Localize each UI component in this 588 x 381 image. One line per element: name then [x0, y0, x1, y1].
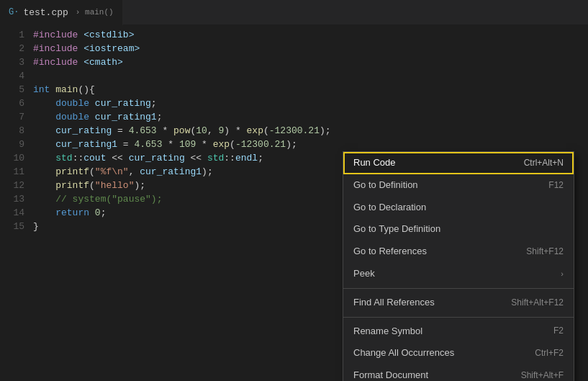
menu-item-label: Change All Occurrences [353, 346, 454, 361]
line-numbers: 1 2 3 4 5 6 7 8 9 10 11 12 13 14 15 [0, 28, 30, 381]
menu-item-shortcut: F2 [553, 324, 564, 338]
menu-item-run-code[interactable]: Run Code Ctrl+Alt+N [343, 152, 574, 174]
line-num: 14 [0, 206, 24, 220]
line-num: 11 [0, 165, 24, 179]
tab-label: test.cpp [23, 7, 68, 18]
menu-item-label: Format Document [353, 368, 428, 381]
menu-item-label: Rename Symbol [353, 324, 422, 339]
menu-separator [343, 288, 574, 289]
line-num: 3 [0, 55, 24, 69]
menu-separator-2 [343, 317, 574, 318]
menu-item-go-to-references[interactable]: Go to References Shift+F12 [343, 241, 574, 263]
menu-item-shortcut: Shift+F12 [526, 245, 564, 259]
menu-item-shortcut: Ctrl+F2 [535, 346, 564, 360]
menu-item-shortcut: F12 [548, 179, 564, 192]
line-num: 8 [0, 124, 24, 138]
menu-item-go-to-declaration[interactable]: Go to Declaration [343, 197, 574, 219]
tab-test-cpp[interactable]: G· test.cpp › main() [0, 0, 123, 25]
line-num: 10 [0, 151, 24, 165]
line-num: 1 [0, 28, 24, 42]
menu-item-go-to-definition[interactable]: Go to Definition F12 [343, 174, 574, 197]
menu-item-peek[interactable]: Peek › [343, 263, 574, 285]
line-num: 5 [0, 83, 24, 97]
menu-item-label: Go to Declaration [353, 200, 426, 215]
line-num: 6 [0, 97, 24, 110]
context-menu: Run Code Ctrl+Alt+N Go to Definition F12… [343, 151, 574, 381]
tab-breadcrumb: › main() [76, 8, 114, 17]
menu-item-find-all-references[interactable]: Find All References Shift+Alt+F12 [343, 292, 574, 314]
chevron-right-icon: › [561, 268, 564, 281]
menu-item-go-to-type-definition[interactable]: Go to Type Definition [343, 218, 574, 241]
menu-item-label: Go to Definition [353, 178, 418, 193]
menu-item-shortcut: Ctrl+Alt+N [524, 156, 564, 170]
tab-bar: G· test.cpp › main() [0, 0, 588, 25]
line-num: 15 [0, 220, 24, 233]
menu-item-shortcut: Shift+Alt+F [521, 369, 564, 381]
menu-item-label: Go to Type Definition [353, 222, 440, 237]
file-icon: G· [9, 7, 19, 17]
line-num: 12 [0, 179, 24, 192]
menu-item-rename-symbol[interactable]: Rename Symbol F2 [343, 321, 574, 343]
menu-item-label: Run Code [353, 156, 396, 171]
line-num: 4 [0, 69, 24, 83]
menu-item-format-document[interactable]: Format Document Shift+Alt+F [343, 364, 574, 381]
menu-item-change-all-occurrences[interactable]: Change All Occurrences Ctrl+F2 [343, 342, 574, 364]
menu-item-label: Find All References [353, 295, 435, 310]
menu-item-label: Peek [353, 266, 375, 282]
menu-item-shortcut: Shift+Alt+F12 [511, 296, 564, 310]
line-num: 2 [0, 42, 24, 55]
line-num: 9 [0, 138, 24, 151]
menu-item-label: Go to References [353, 244, 427, 259]
line-num: 13 [0, 192, 24, 206]
line-num: 7 [0, 110, 24, 124]
